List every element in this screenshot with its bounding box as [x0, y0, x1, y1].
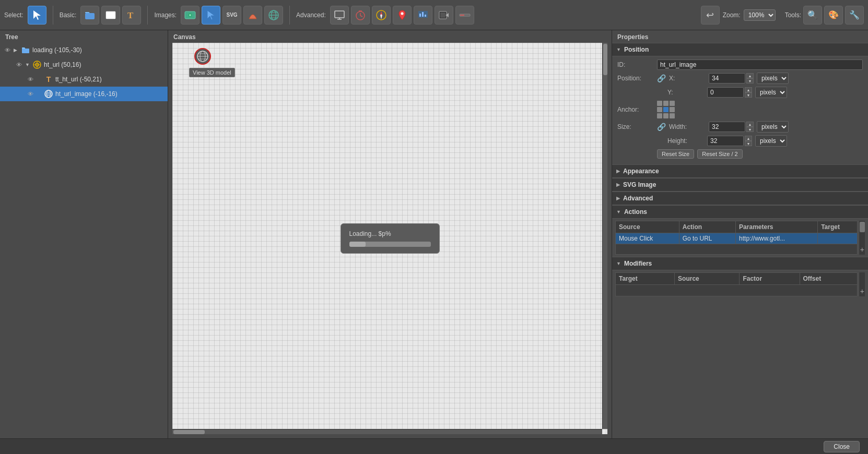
- paint-tool-btn[interactable]: 🎨: [824, 6, 843, 25]
- height-label: Height:: [667, 137, 704, 145]
- canvas-globe-element[interactable]: [194, 48, 211, 65]
- anchor-mr[interactable]: [670, 107, 675, 112]
- w-spin-up[interactable]: ▲: [746, 122, 754, 127]
- position-section-body: ID: Position: 🔗 X: ▲ ▼ pixels %: [612, 56, 868, 164]
- w-spin-down[interactable]: ▼: [746, 127, 754, 132]
- canvas-scrollbar-v-thumb[interactable]: [603, 44, 607, 75]
- anchor-tr[interactable]: [670, 101, 675, 106]
- width-input[interactable]: [709, 122, 745, 132]
- wrench-tool-btn[interactable]: 🔧: [845, 6, 864, 25]
- monitor-tool-btn[interactable]: [330, 6, 349, 25]
- height-unit-select[interactable]: pixels %: [755, 135, 787, 147]
- arrow-ht-url: ▼: [25, 62, 30, 67]
- svg-line-17: [360, 16, 362, 17]
- modifiers-scrollbar[interactable]: +: [859, 272, 865, 296]
- canvas-scrollbar-h[interactable]: [172, 429, 602, 434]
- position-link-icon[interactable]: 🔗: [657, 74, 666, 82]
- size-link-icon[interactable]: 🔗: [657, 123, 666, 131]
- text-tool-btn[interactable]: T: [122, 6, 141, 25]
- actions-table-container: Source Action Parameters Target Mouse Cl…: [615, 221, 865, 255]
- actions-add-btn[interactable]: +: [860, 245, 864, 254]
- tree-item-tt-ht-url[interactable]: 👁 T tt_ht_url (-50,21): [0, 72, 168, 87]
- anchor-bl[interactable]: [657, 113, 662, 118]
- x-spin-down[interactable]: ▼: [746, 78, 754, 83]
- width-unit-select[interactable]: pixels %: [757, 121, 789, 133]
- anchor-bc[interactable]: [663, 113, 668, 118]
- photo-tool-btn[interactable]: [181, 6, 200, 25]
- toolbar: Select: Basic: T Images:: [0, 0, 868, 30]
- reset-size-btn[interactable]: Reset Size: [657, 149, 694, 159]
- y-input[interactable]: [707, 87, 744, 98]
- actions-section-header[interactable]: ▼ Actions: [612, 205, 868, 219]
- position-section-header[interactable]: ▼ Position: [612, 43, 868, 56]
- canvas-scrollbar-h-thumb[interactable]: [173, 430, 205, 434]
- canvas-area[interactable]: View 3D model Loading... $p%: [172, 43, 607, 434]
- height-input[interactable]: [707, 136, 744, 146]
- reset-size2-btn[interactable]: Reset Size / 2: [697, 149, 742, 159]
- anchor-tl[interactable]: [657, 101, 662, 106]
- position-label: Position: [624, 46, 649, 53]
- svg-image-section-header[interactable]: ▶ SVG Image: [612, 178, 868, 192]
- y-spin-up[interactable]: ▲: [745, 87, 752, 92]
- swf-tool-btn[interactable]: [243, 6, 262, 25]
- timer-tool-btn[interactable]: [351, 6, 370, 25]
- chart-tool-btn[interactable]: [414, 6, 432, 25]
- col-target: Target: [818, 221, 858, 233]
- position-prop-label: Position:: [617, 75, 654, 82]
- h-spin-up[interactable]: ▲: [745, 136, 752, 141]
- x-unit-select[interactable]: pixels %: [757, 73, 789, 84]
- loading-bar-fill: [349, 242, 366, 247]
- advanced-section-header[interactable]: ▶ Advanced: [612, 192, 868, 205]
- select-tool-btn[interactable]: [28, 6, 46, 25]
- text-icon-tt: T: [44, 75, 53, 84]
- anchor-br[interactable]: [670, 113, 675, 118]
- modifiers-section-header[interactable]: ▼ Modifiers: [612, 257, 868, 270]
- loading-bar-bg: [349, 242, 431, 247]
- close-button[interactable]: Close: [824, 441, 860, 452]
- cursor-img-btn[interactable]: [202, 6, 220, 25]
- image-tool-btn[interactable]: [101, 6, 120, 25]
- table-row[interactable]: Mouse Click Go to URL http://www.gotl...: [616, 233, 858, 244]
- pin-tool-btn[interactable]: [393, 6, 412, 25]
- modifiers-section-body: Target Source Factor Offset +: [612, 270, 868, 298]
- zoom-select[interactable]: 100% 75% 50% 150% 200%: [744, 9, 776, 21]
- x-input[interactable]: [709, 73, 745, 83]
- sep1: [53, 6, 53, 25]
- canvas-scrollbar-v[interactable]: [602, 43, 607, 429]
- svg-tool-btn[interactable]: SVG: [222, 6, 241, 25]
- actions-scrollbar-thumb[interactable]: [860, 222, 865, 232]
- anchor-ml[interactable]: [657, 107, 662, 112]
- height-spinner[interactable]: ▲ ▼: [745, 136, 752, 146]
- video-tool-btn[interactable]: [435, 6, 453, 25]
- compass-tool-btn[interactable]: [372, 6, 391, 25]
- eye-icon-tt[interactable]: 👁: [26, 75, 34, 83]
- tree-item-ht-url-image[interactable]: 👁 ht_url_image (-16,-16): [0, 87, 168, 101]
- y-unit-select[interactable]: pixels %: [755, 87, 787, 98]
- eye-icon-ht-url[interactable]: 👁: [15, 61, 23, 69]
- col-parameters: Parameters: [736, 221, 818, 233]
- web-tool-btn[interactable]: [264, 6, 283, 25]
- tree-item-ht-url[interactable]: 👁 ▼ ht_url (50,16): [0, 57, 168, 72]
- eye-icon-img[interactable]: 👁: [26, 90, 34, 98]
- actions-scrollbar[interactable]: +: [859, 221, 865, 255]
- folder-tool-btn[interactable]: [80, 6, 99, 25]
- advanced-arrow: ▶: [616, 196, 620, 201]
- x-spin-up[interactable]: ▲: [746, 73, 754, 78]
- undo-btn[interactable]: ↩: [701, 6, 720, 25]
- mod-col-factor: Factor: [740, 273, 800, 285]
- anchor-mc[interactable]: [663, 107, 668, 112]
- anchor-tc[interactable]: [663, 101, 668, 106]
- tree-item-loading[interactable]: 👁 ▶ loading (-105,-30): [0, 43, 168, 57]
- id-input[interactable]: [657, 59, 863, 70]
- bar-tool-btn[interactable]: [455, 6, 474, 25]
- search-tool-btn[interactable]: 🔍: [803, 6, 822, 25]
- y-spinner[interactable]: ▲ ▼: [745, 87, 752, 98]
- x-spinner[interactable]: ▲ ▼: [746, 73, 754, 83]
- main-area: Tree 👁 ▶ loading (-105,-30) 👁 ▼: [0, 30, 868, 438]
- eye-icon-loading[interactable]: 👁: [3, 46, 11, 54]
- h-spin-down[interactable]: ▼: [745, 141, 752, 146]
- appearance-section-header[interactable]: ▶ Appearance: [612, 164, 868, 178]
- y-spin-down[interactable]: ▼: [745, 92, 752, 98]
- modifiers-add-btn[interactable]: +: [860, 287, 864, 295]
- width-spinner[interactable]: ▲ ▼: [746, 122, 754, 132]
